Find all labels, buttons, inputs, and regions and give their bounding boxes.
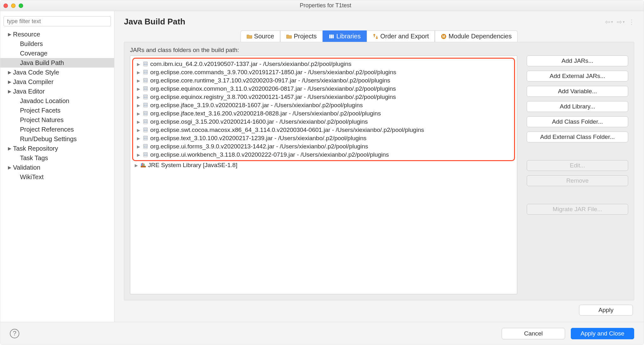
svg-rect-24 bbox=[144, 111, 147, 113]
sidebar-item-label: Java Build Path bbox=[20, 58, 64, 68]
expand-arrow-icon[interactable]: ▶ bbox=[137, 78, 141, 83]
expand-arrow-icon[interactable]: ▶ bbox=[137, 144, 141, 149]
sidebar-item[interactable]: ▶Java Editor bbox=[0, 87, 114, 96]
jar-item-label: org.eclipse.osgi_3.15.200.v20200214-1600… bbox=[150, 118, 368, 125]
jar-icon: 010 bbox=[143, 144, 148, 149]
remove-button: Remove bbox=[527, 175, 628, 186]
svg-text:010: 010 bbox=[144, 80, 147, 82]
expand-arrow-icon[interactable]: ▶ bbox=[137, 103, 141, 108]
svg-text:010: 010 bbox=[144, 121, 147, 123]
close-window-icon[interactable] bbox=[3, 3, 8, 8]
sidebar-item[interactable]: ▶Java Code Style bbox=[0, 68, 114, 77]
svg-text:010: 010 bbox=[144, 96, 147, 99]
expand-arrow-icon[interactable]: ▶ bbox=[137, 95, 141, 100]
jre-library-item[interactable]: ▶ JRE System Library [JavaSE-1.8] bbox=[132, 161, 516, 169]
sidebar-item[interactable]: Javadoc Location bbox=[0, 96, 114, 106]
sidebar-item[interactable]: Task Tags bbox=[0, 153, 114, 163]
jar-icon: 010 bbox=[143, 94, 148, 100]
expand-arrow-icon[interactable]: ▶ bbox=[8, 163, 12, 172]
sidebar-item[interactable]: Project Facets bbox=[0, 106, 114, 115]
jar-item[interactable]: ▶010org.eclipse.equinox.common_3.11.0.v2… bbox=[135, 85, 512, 93]
add-external-class-folder-button[interactable]: Add External Class Folder... bbox=[527, 132, 628, 142]
jar-item[interactable]: ▶010org.eclipse.jface.text_3.16.200.v202… bbox=[135, 109, 512, 118]
sidebar-item[interactable]: Run/Debug Settings bbox=[0, 134, 114, 144]
expand-arrow-icon[interactable]: ▶ bbox=[8, 87, 12, 96]
expand-arrow-icon[interactable]: ▶ bbox=[137, 128, 141, 133]
svg-rect-42 bbox=[141, 163, 142, 166]
jar-item-label: org.eclipse.jface_3.19.0.v20200218-1607.… bbox=[150, 102, 363, 109]
expand-arrow-icon[interactable]: ▶ bbox=[137, 153, 141, 157]
svg-text:010: 010 bbox=[144, 88, 147, 90]
sidebar-item[interactable]: WikiText bbox=[0, 172, 114, 182]
expand-arrow-icon[interactable]: ▶ bbox=[137, 120, 141, 124]
sidebar-item-label: Project Natures bbox=[20, 115, 64, 125]
jar-item[interactable]: ▶010org.eclipse.equinox.registry_3.8.700… bbox=[135, 93, 512, 101]
apply-button[interactable]: Apply bbox=[579, 305, 633, 316]
page-title: Java Build Path bbox=[124, 17, 185, 27]
sidebar-item[interactable]: Coverage bbox=[0, 49, 114, 58]
sidebar-item[interactable]: ▶Java Compiler bbox=[0, 77, 114, 87]
dropdown-icon[interactable]: ▾ bbox=[611, 20, 613, 24]
add-jars-button[interactable]: Add JARs... bbox=[527, 55, 628, 66]
tab-label: Source bbox=[254, 33, 274, 40]
sidebar-item[interactable]: Builders bbox=[0, 39, 114, 49]
window-title: Properties for T1test bbox=[10, 2, 641, 9]
filter-input[interactable] bbox=[3, 16, 111, 26]
jar-icon: 010 bbox=[143, 102, 148, 108]
expand-arrow-icon[interactable]: ▶ bbox=[8, 144, 12, 153]
sidebar-item[interactable]: Project Natures bbox=[0, 115, 114, 125]
add-external-jars-button[interactable]: Add External JARs... bbox=[527, 71, 628, 81]
sidebar-item[interactable]: ▶Resource bbox=[0, 29, 114, 39]
tabs: SourceProjectsLibrariesOrder and ExportM… bbox=[124, 30, 634, 42]
expand-arrow-icon[interactable]: ▶ bbox=[8, 29, 12, 39]
jar-item[interactable]: ▶010org.eclipse.osgi_3.15.200.v20200214-… bbox=[135, 118, 512, 126]
expand-arrow-icon[interactable]: ▶ bbox=[137, 111, 141, 116]
help-icon[interactable]: ? bbox=[10, 329, 19, 338]
jre-library-label: JRE System Library [JavaSE-1.8] bbox=[148, 162, 237, 169]
expand-arrow-icon[interactable]: ▶ bbox=[8, 68, 12, 77]
sidebar-item-label: Project References bbox=[20, 125, 74, 134]
jar-item[interactable]: ▶010com.ibm.icu_64.2.0.v20190507-1337.ja… bbox=[135, 60, 512, 68]
jar-list[interactable]: ▶010com.ibm.icu_64.2.0.v20190507-1337.ja… bbox=[130, 55, 517, 294]
sidebar-item[interactable]: ▶Validation bbox=[0, 163, 114, 172]
add-library-button[interactable]: Add Library... bbox=[527, 101, 628, 112]
jar-item[interactable]: ▶010org.eclipse.ui.forms_3.9.0.v20200213… bbox=[135, 142, 512, 151]
svg-rect-43 bbox=[142, 163, 143, 166]
expand-arrow-icon[interactable]: ▶ bbox=[8, 77, 12, 87]
add-variable-button[interactable]: Add Variable... bbox=[527, 86, 628, 97]
bottom-bar: ? Cancel Apply and Close bbox=[0, 322, 644, 345]
add-class-folder-button[interactable]: Add Class Folder... bbox=[527, 116, 628, 127]
jar-item[interactable]: ▶010org.eclipse.core.runtime_3.17.100.v2… bbox=[135, 76, 512, 85]
tab-order-and-export[interactable]: Order and Export bbox=[367, 30, 435, 42]
jar-item[interactable]: ▶010org.eclipse.ui.workbench_3.118.0.v20… bbox=[135, 151, 512, 159]
menu-dots-icon[interactable]: ⋮ bbox=[628, 18, 634, 26]
jar-item[interactable]: ▶010org.eclipse.core.commands_3.9.700.v2… bbox=[135, 68, 512, 76]
cancel-button[interactable]: Cancel bbox=[502, 328, 565, 339]
tab-module-dependencies[interactable]: MModule Dependencies bbox=[435, 30, 518, 42]
nav-icons: ⇦ ▾ ⇨ ▾ ⋮ bbox=[605, 18, 634, 26]
tab-libraries[interactable]: Libraries bbox=[323, 30, 367, 42]
apply-and-close-button[interactable]: Apply and Close bbox=[571, 328, 634, 339]
expand-arrow-icon[interactable]: ▶ bbox=[137, 62, 141, 67]
nav-back-icon[interactable]: ⇦ bbox=[605, 18, 610, 26]
expand-arrow-icon[interactable]: ▶ bbox=[135, 163, 138, 168]
sidebar-item-label: WikiText bbox=[20, 172, 43, 182]
jar-item[interactable]: ▶010org.eclipse.swt.cocoa.macosx.x86_64_… bbox=[135, 126, 512, 134]
sidebar-item[interactable]: ▶Task Repository bbox=[0, 144, 114, 153]
tab-source[interactable]: Source bbox=[241, 30, 280, 42]
svg-text:010: 010 bbox=[144, 63, 147, 66]
expand-arrow-icon[interactable]: ▶ bbox=[137, 70, 141, 75]
expand-arrow-icon[interactable]: ▶ bbox=[137, 87, 141, 91]
sidebar-item-label: Resource bbox=[13, 29, 40, 39]
sidebar-item[interactable]: Java Build Path bbox=[0, 58, 114, 68]
dropdown-icon[interactable]: ▾ bbox=[623, 20, 625, 24]
jar-item[interactable]: ▶010org.eclipse.jface_3.19.0.v20200218-1… bbox=[135, 101, 512, 109]
sidebar-item[interactable]: Project References bbox=[0, 125, 114, 134]
jar-item[interactable]: ▶010org.eclipse.text_3.10.100.v20200217-… bbox=[135, 134, 512, 142]
svg-text:010: 010 bbox=[144, 129, 147, 132]
tab-label: Order and Export bbox=[380, 33, 429, 40]
tab-projects[interactable]: Projects bbox=[280, 30, 323, 42]
sidebar-item-label: Project Facets bbox=[20, 106, 61, 115]
nav-forward-icon[interactable]: ⇨ bbox=[617, 18, 622, 26]
expand-arrow-icon[interactable]: ▶ bbox=[137, 136, 141, 141]
